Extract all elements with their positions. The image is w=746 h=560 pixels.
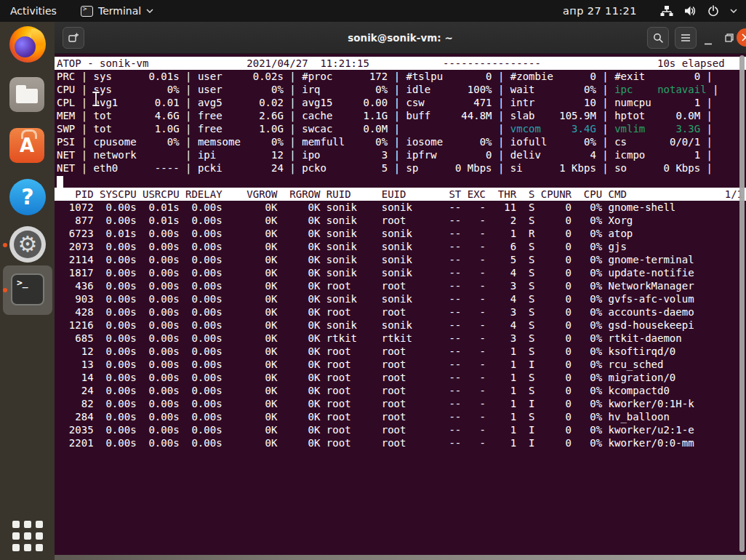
app-menu-terminal[interactable]: Terminal [76,0,158,22]
process-row: 685 0.00s 0.00s 0.00s 0K 0K rtkit rtkit … [57,332,746,345]
process-row: 2114 0.00s 0.00s 0.00s 0K 0K sonik sonik… [57,253,746,266]
close-icon [742,33,746,41]
files-icon [9,77,44,112]
minimize-button[interactable] [702,31,714,45]
volume-icon [684,5,697,17]
process-row: 13 0.00s 0.00s 0.00s 0K 0K root root -- … [57,358,746,371]
firefox-icon [9,26,46,63]
process-row: 1216 0.00s 0.00s 0.00s 0K 0K sonik sonik… [57,319,746,332]
process-row: 14 0.00s 0.00s 0.00s 0K 0K root root -- … [57,371,746,384]
stats-row-swp: SWP | tot 1.0G | free 1.0G | swcac 0.0M … [57,122,746,135]
scrollbar-thumb[interactable] [739,55,745,552]
stats-row-cpu: CPU | sys 0% | user 0% | irq 0% | idle 1… [57,83,746,96]
terminal-content[interactable]: ATOP - sonik-vm 2021/04/27 11:21:15 ----… [55,54,746,555]
process-row: 24 0.00s 0.00s 0.00s 0K 0K root root -- … [57,384,746,397]
search-icon [653,33,664,44]
chevron-down-icon [730,9,737,13]
process-row: 1072 0.00s 0.01s 0.00s 0K 0K sonik sonik… [57,201,746,214]
stats-row-prc: PRC | sys 0.01s | user 0.02s | #proc 172… [57,70,746,83]
restore-icon [724,33,734,43]
app-grid-icon [12,521,20,528]
terminal-line [57,175,746,188]
dock-item-files[interactable] [9,77,46,115]
process-row: 12 0.00s 0.00s 0.00s 0K 0K root root -- … [57,345,746,358]
process-row: 2035 0.00s 0.00s 0.00s 0K 0K root root -… [57,423,746,436]
mouse-ibeam-cursor [91,91,101,107]
process-row: 82 0.00s 0.00s 0.00s 0K 0K root root -- … [57,397,746,410]
search-button[interactable] [647,27,669,49]
dock-item-ubuntu-software[interactable] [9,128,46,166]
show-apps-button[interactable] [12,521,43,551]
app-menu-label: Terminal [98,5,141,17]
process-row: 284 0.00s 0.00s 0.00s 0K 0K root root --… [57,410,746,423]
settings-icon [9,226,46,263]
activities-button[interactable]: Activities [0,0,67,22]
top-bar: Activities Terminal апр 27 11:21 [0,0,746,22]
dock-item-help[interactable]: ? [9,179,46,217]
process-row: 877 0.00s 0.01s 0.00s 0K 0K sonik root -… [57,214,746,227]
terminal-window: sonik@sonik-vm: ~ ATOP [55,22,746,556]
terminal-app-icon [81,6,93,17]
process-row: 6723 0.01s 0.00s 0.00s 0K 0K sonik sonik… [57,227,746,240]
process-row: 2201 0.00s 0.00s 0.00s 0K 0K root root -… [57,436,746,449]
process-row: 903 0.00s 0.00s 0.00s 0K 0K sonik sonik … [57,292,746,305]
system-menu[interactable] [660,0,742,22]
terminal-line: ATOP - sonik-vm 2021/04/27 11:21:15 ----… [55,57,746,70]
titlebar[interactable]: sonik@sonik-vm: ~ [55,22,746,54]
process-row: 1817 0.00s 0.00s 0.00s 0K 0K sonik sonik… [57,266,746,279]
clock[interactable]: апр 27 11:21 [563,0,637,22]
terminal-screen[interactable]: ATOP - sonik-vm 2021/04/27 11:21:15 ----… [55,54,746,449]
dock-item-settings[interactable] [9,226,46,264]
process-row: 2073 0.00s 0.00s 0.00s 0K 0K sonik sonik… [57,240,746,253]
window-title: sonik@sonik-vm: ~ [55,22,746,54]
stats-row-psi: PSI | cpusome 0% | memsome 0% | memfull … [57,135,746,148]
power-icon [707,5,719,17]
network-wired-icon [660,5,673,17]
terminal-block-cursor [57,176,63,188]
stats-row-cpl: CPL | avg1 0.01 | avg5 0.02 | avg15 0.00… [57,96,746,109]
stats-row-mem: MEM | tot 4.6G | free 2.6G | cache 1.1G … [57,109,746,122]
chevron-down-icon [146,9,153,13]
process-row: 436 0.00s 0.00s 0.00s 0K 0K root root --… [57,279,746,292]
process-table-header: PID SYSCPU USRCPU RDELAY VGROW RGROW RUI… [55,188,746,201]
minimize-icon [704,36,713,45]
dock-item-firefox[interactable] [9,26,46,64]
terminal-icon [11,273,44,305]
stats-row-net: NET | network | ipi 12 | ipo 3 | ipfrw 0… [57,148,746,161]
dock-item-terminal[interactable] [9,271,46,309]
restore-button[interactable] [724,32,734,46]
process-row: 428 0.00s 0.00s 0.00s 0K 0K root root --… [57,305,746,319]
dock: ? [0,22,55,560]
help-icon: ? [9,179,46,215]
menu-button[interactable] [675,27,697,49]
stats-row-net: NET | eth0 ---- | pcki 24 | pcko 5 | sp … [57,161,746,175]
ubuntu-software-icon [9,128,44,163]
hamburger-menu-icon [681,33,691,42]
